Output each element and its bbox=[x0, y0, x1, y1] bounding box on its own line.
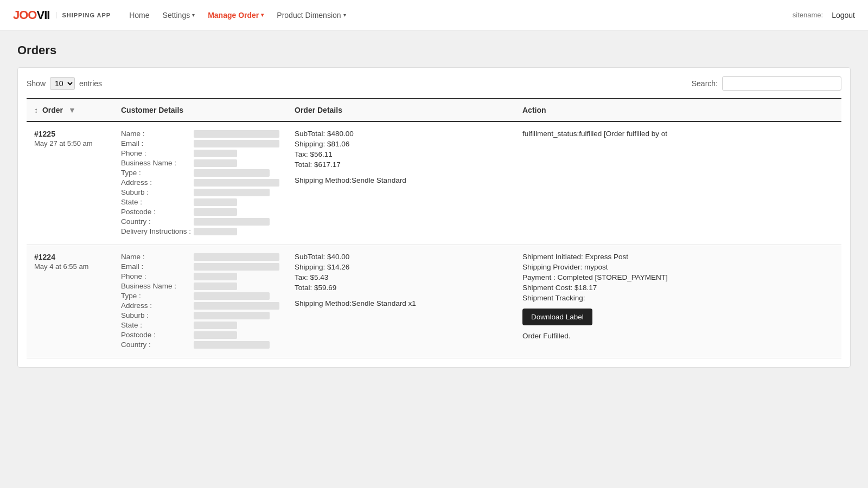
show-entries-control: Show 10 25 50 entries bbox=[27, 77, 102, 90]
order-cell-1224: #1224 May 4 at 6:55 am bbox=[27, 245, 113, 358]
shipping-method: Shipping Method:Sendle Standard bbox=[295, 176, 507, 184]
field-value-bar bbox=[194, 322, 237, 329]
field-business: Business Name : bbox=[121, 282, 279, 290]
field-value-bar bbox=[194, 169, 270, 177]
field-label-business: Business Name : bbox=[121, 159, 192, 167]
field-state: State : bbox=[121, 321, 279, 329]
shipping-provider: Shipping Provider: mypost bbox=[522, 263, 834, 271]
field-business: Business Name : bbox=[121, 159, 279, 167]
navbar: JOOVII SHIPPING APP Home Settings ▾ Mana… bbox=[0, 0, 868, 30]
shipping-method: Shipping Method:Sendle Standard x1 bbox=[295, 299, 507, 307]
field-value-bar bbox=[194, 302, 279, 310]
field-phone: Phone : bbox=[121, 272, 279, 280]
entries-label: entries bbox=[79, 79, 102, 88]
shipment-tracking: Shipment Tracking: bbox=[522, 294, 834, 302]
field-value-bar bbox=[194, 159, 237, 167]
field-suburb: Suburb : bbox=[121, 311, 279, 319]
nav-home[interactable]: Home bbox=[124, 8, 155, 23]
field-label-suburb: Suburb : bbox=[121, 188, 192, 196]
field-email: Email : bbox=[121, 262, 279, 271]
field-label-postcode: Postcode : bbox=[121, 208, 192, 216]
field-value-bar bbox=[194, 282, 237, 290]
field-label-postcode: Postcode : bbox=[121, 331, 192, 339]
action-cell-1225: fulfillment_status:fulfilled [Order fulf… bbox=[515, 121, 841, 245]
field-label-business: Business Name : bbox=[121, 282, 192, 290]
page-title: Orders bbox=[17, 43, 851, 57]
table-row: #1224 May 4 at 6:55 am Name : Email : bbox=[27, 245, 841, 358]
search-input[interactable] bbox=[722, 76, 841, 91]
col-header-action: Action bbox=[515, 99, 841, 121]
table-row: #1225 May 27 at 5:50 am Name : Email : bbox=[27, 121, 841, 245]
brand-logo: JOOVII bbox=[13, 8, 49, 22]
nav-settings[interactable]: Settings ▾ bbox=[157, 8, 201, 23]
field-email: Email : bbox=[121, 139, 279, 147]
field-value-bar bbox=[194, 253, 279, 261]
field-value-bar bbox=[194, 150, 237, 157]
field-value-bar bbox=[194, 208, 237, 216]
show-label: Show bbox=[27, 79, 46, 88]
order-number: #1224 bbox=[34, 253, 106, 261]
field-label-address: Address : bbox=[121, 178, 192, 187]
download-label-button[interactable]: Download Label bbox=[522, 309, 592, 325]
sort-icon: ↕ bbox=[34, 106, 38, 114]
subtotal: SubTotal: $480.00 bbox=[295, 130, 507, 138]
field-label-type: Type : bbox=[121, 169, 192, 177]
search-label: Search: bbox=[692, 79, 718, 88]
table-body: #1225 May 27 at 5:50 am Name : Email : bbox=[27, 121, 841, 358]
order-cell-1225: #1225 May 27 at 5:50 am bbox=[27, 121, 113, 245]
nav-links: Home Settings ▾ Manage Order ▾ Product D… bbox=[124, 8, 784, 23]
field-value-bar bbox=[194, 331, 237, 339]
order-fulfilled-text: Order Fulfilled. bbox=[522, 332, 834, 340]
field-country: Country : bbox=[121, 341, 279, 349]
shipping: Shipping: $14.26 bbox=[295, 263, 507, 271]
total: Total: $59.69 bbox=[295, 284, 507, 292]
customer-cell-1224: Name : Email : Phone : Business Nam bbox=[113, 245, 287, 358]
field-label-address: Address : bbox=[121, 301, 192, 310]
field-label-delivery: Delivery Instructions : bbox=[121, 227, 192, 235]
field-value-bar bbox=[194, 130, 279, 138]
shipment-initiated: Shipment Initiated: Express Post bbox=[522, 253, 834, 261]
filter-icon[interactable]: ▼ bbox=[68, 106, 76, 114]
field-suburb: Suburb : bbox=[121, 188, 279, 196]
field-value-bar bbox=[194, 292, 270, 300]
logout-button[interactable]: Logout bbox=[832, 11, 855, 20]
field-type: Type : bbox=[121, 292, 279, 300]
field-value-bar bbox=[194, 140, 279, 147]
field-value-bar bbox=[194, 273, 237, 280]
tax: Tax: $56.11 bbox=[295, 150, 507, 158]
nav-product-dimension[interactable]: Product Dimension ▾ bbox=[271, 8, 351, 23]
chevron-down-icon: ▾ bbox=[192, 12, 195, 18]
field-postcode: Postcode : bbox=[121, 208, 279, 216]
field-label-country: Country : bbox=[121, 217, 192, 226]
field-label-email: Email : bbox=[121, 139, 192, 147]
table-header: ↕ Order ▼ Customer Details Order Details… bbox=[27, 99, 841, 121]
order-details-cell-1224: SubTotal: $40.00 Shipping: $14.26 Tax: $… bbox=[287, 245, 515, 358]
entries-select[interactable]: 10 25 50 bbox=[50, 77, 75, 90]
order-number: #1225 bbox=[34, 130, 106, 138]
field-address: Address : bbox=[121, 301, 279, 310]
field-label-name: Name : bbox=[121, 130, 192, 138]
col-header-order-details: Order Details bbox=[287, 99, 515, 121]
field-country: Country : bbox=[121, 217, 279, 226]
order-details-cell-1225: SubTotal: $480.00 Shipping: $81.06 Tax: … bbox=[287, 121, 515, 245]
field-value-bar bbox=[194, 263, 279, 271]
field-label-state: State : bbox=[121, 321, 192, 329]
chevron-down-icon: ▾ bbox=[261, 12, 264, 18]
nav-right: sitename: Logout bbox=[793, 11, 855, 20]
shipping: Shipping: $81.06 bbox=[295, 140, 507, 148]
field-state: State : bbox=[121, 198, 279, 206]
field-label-type: Type : bbox=[121, 292, 192, 300]
nav-manage-order[interactable]: Manage Order ▾ bbox=[202, 8, 269, 23]
field-value-bar bbox=[194, 189, 270, 196]
table-controls: Show 10 25 50 entries Search: bbox=[27, 76, 841, 91]
order-date: May 4 at 6:55 am bbox=[34, 262, 106, 271]
field-value-bar bbox=[194, 341, 270, 349]
tax: Tax: $5.43 bbox=[295, 273, 507, 281]
col-header-order: ↕ Order ▼ bbox=[27, 99, 113, 121]
field-label-state: State : bbox=[121, 198, 192, 206]
field-address: Address : bbox=[121, 178, 279, 187]
field-value-bar bbox=[194, 179, 279, 187]
shipment-cost: Shipment Cost: $18.17 bbox=[522, 284, 834, 292]
total: Total: $617.17 bbox=[295, 160, 507, 169]
action-cell-1224: Shipment Initiated: Express Post Shippin… bbox=[515, 245, 841, 358]
